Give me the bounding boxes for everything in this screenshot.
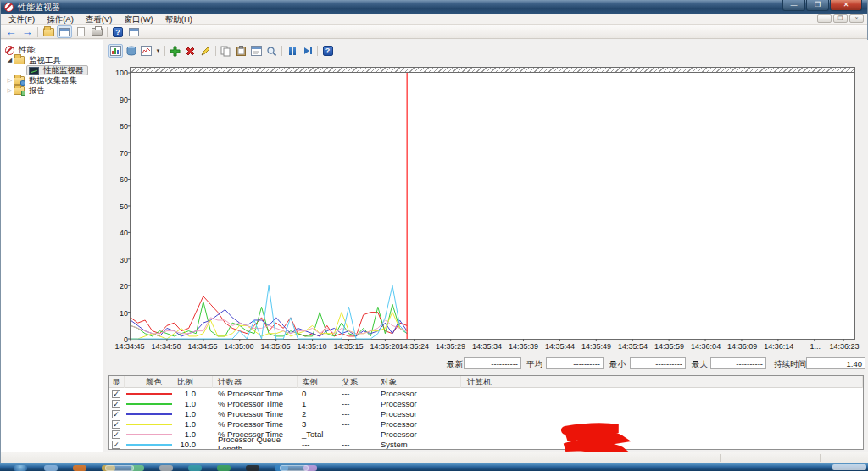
legend-row[interactable]: ✓1.0% Processor Time0---Processor bbox=[109, 388, 863, 398]
tree-item-reports[interactable]: ▷ 报告 bbox=[1, 86, 103, 96]
titlebar[interactable]: 性能监视器 — ❐ ✕ bbox=[1, 0, 867, 14]
menu-help[interactable]: 帮助(H) bbox=[159, 14, 198, 25]
counter-color-swatch bbox=[126, 444, 172, 446]
taskbar-item[interactable] bbox=[73, 465, 86, 471]
legend-cell: Processor Queue Length bbox=[213, 435, 298, 450]
close-button[interactable]: ✕ bbox=[830, 0, 862, 11]
child-close-button[interactable]: × bbox=[849, 14, 864, 23]
show-counter-checkbox[interactable]: ✓ bbox=[112, 441, 120, 449]
legend-cell-show: ✓ bbox=[109, 429, 125, 439]
update-data-button[interactable] bbox=[300, 44, 314, 58]
forward-button[interactable]: → bbox=[19, 25, 35, 38]
legend-cell: Processor bbox=[376, 409, 461, 418]
taskbar-item[interactable] bbox=[217, 465, 231, 471]
highlight-button[interactable] bbox=[198, 44, 213, 58]
taskbar-tray[interactable] bbox=[832, 464, 866, 470]
y-axis-label: 40 bbox=[106, 229, 128, 237]
show-counter-checkbox[interactable]: ✓ bbox=[112, 400, 120, 408]
y-axis-label: 50 bbox=[106, 202, 128, 211]
paste-counter-list-button[interactable] bbox=[234, 44, 248, 58]
copy-properties-icon bbox=[220, 46, 231, 57]
toolbar-separator bbox=[164, 46, 165, 56]
minimize-button[interactable]: — bbox=[782, 0, 805, 11]
delete-counter-button[interactable] bbox=[183, 44, 198, 58]
taskbar-active-item[interactable] bbox=[280, 465, 309, 471]
expander-closed-icon[interactable]: ▷ bbox=[6, 87, 14, 95]
up-folder-icon bbox=[43, 28, 54, 36]
legend-row[interactable]: ✓1.0% Processor Time2---Processor bbox=[109, 408, 863, 418]
up-folder-button[interactable] bbox=[41, 25, 56, 38]
taskbar-item[interactable] bbox=[246, 465, 259, 471]
show-counter-checkbox[interactable]: ✓ bbox=[112, 390, 120, 398]
duration-label: 持续时间 bbox=[774, 359, 806, 370]
taskbar-item[interactable] bbox=[159, 465, 173, 471]
toolbar-separator bbox=[317, 46, 318, 56]
menu-action[interactable]: 操作(A) bbox=[41, 14, 80, 25]
counter-color-swatch bbox=[126, 434, 172, 435]
menu-window[interactable]: 窗口(W) bbox=[118, 14, 159, 25]
taskbar-item[interactable] bbox=[188, 465, 202, 471]
legend-header-object[interactable]: 对象 bbox=[376, 376, 461, 388]
legend-cell: 0 bbox=[298, 389, 337, 398]
x-axis-label: 14:35:10 bbox=[298, 342, 327, 351]
start-orb-icon[interactable] bbox=[14, 465, 27, 471]
taskbar-item[interactable] bbox=[44, 465, 58, 471]
legend-header-instance[interactable]: 实例 bbox=[298, 376, 337, 388]
change-graph-type-button[interactable] bbox=[139, 44, 153, 58]
expander-open-icon[interactable]: ◢ bbox=[6, 57, 14, 64]
chart-plot-area[interactable] bbox=[130, 72, 855, 340]
x-axis-label: 14:35:54 bbox=[618, 342, 648, 351]
performance-monitor-icon bbox=[29, 67, 39, 75]
x-axis-label: 14:35:34 bbox=[472, 342, 502, 351]
view-current-activity-button[interactable] bbox=[108, 44, 123, 58]
help-button[interactable]: ? bbox=[110, 25, 125, 38]
expander-closed-icon[interactable]: ▷ bbox=[6, 77, 14, 85]
stats-bar: 最新 ---------- 平均 ---------- 最小 ---------… bbox=[106, 357, 868, 371]
legend-header-computer[interactable]: 计算机 bbox=[461, 376, 863, 388]
legend-row[interactable]: ✓1.0% Processor Time3---Processor bbox=[109, 418, 863, 429]
counter-color-swatch bbox=[126, 393, 172, 395]
chart-help-button[interactable]: ? bbox=[320, 44, 335, 58]
print-button[interactable] bbox=[89, 25, 104, 38]
legend-cell: 1.0 bbox=[175, 399, 213, 408]
zoom-button[interactable] bbox=[264, 44, 279, 58]
copy-properties-button[interactable] bbox=[219, 44, 233, 58]
freeze-display-button[interactable] bbox=[285, 44, 299, 58]
menu-view[interactable]: 查看(V) bbox=[80, 14, 119, 25]
graph-type-dropdown-caret[interactable]: ▼ bbox=[154, 48, 162, 53]
show-counter-checkbox[interactable]: ✓ bbox=[112, 430, 120, 439]
legend-header-parent[interactable]: 父系 bbox=[337, 376, 376, 388]
properties-button[interactable] bbox=[249, 44, 264, 58]
child-restore-button[interactable]: ❐ bbox=[833, 14, 848, 23]
menu-file[interactable]: 文件(F) bbox=[3, 14, 41, 25]
taskbar-active-item[interactable] bbox=[105, 465, 134, 471]
legend-cell: 2 bbox=[298, 409, 337, 418]
add-counter-button[interactable] bbox=[168, 44, 182, 58]
legend-cell-show: ✓ bbox=[109, 440, 125, 449]
legend-cell-show: ✓ bbox=[109, 409, 125, 418]
counter-color-swatch bbox=[126, 403, 172, 405]
taskbar[interactable] bbox=[0, 463, 868, 471]
legend-header-color[interactable]: 颜色 bbox=[125, 376, 175, 388]
show-hide-action-pane-button[interactable] bbox=[126, 25, 142, 38]
legend-header-counter[interactable]: 计数器 bbox=[213, 376, 298, 388]
back-button[interactable]: ← bbox=[3, 25, 19, 38]
legend-cell: 1.0 bbox=[175, 389, 213, 398]
performance-monitor-pane: ▼ bbox=[106, 40, 868, 452]
legend-row[interactable]: ✓1.0% Processor Time1---Processor bbox=[109, 398, 863, 408]
child-minimize-button[interactable]: – bbox=[817, 14, 832, 23]
show-hide-tree-button[interactable] bbox=[57, 25, 72, 38]
restore-button[interactable]: ❐ bbox=[806, 0, 829, 11]
show-counter-checkbox[interactable]: ✓ bbox=[112, 410, 120, 418]
view-log-data-icon bbox=[126, 46, 136, 56]
legend-cell-show: ✓ bbox=[109, 389, 125, 398]
legend-header-show[interactable]: 显示 bbox=[109, 376, 125, 388]
legend-row[interactable]: ✓10.0Processor Queue Length------System bbox=[109, 439, 863, 449]
export-list-button[interactable] bbox=[73, 25, 88, 38]
x-axis-label: 14:36:04 bbox=[691, 342, 721, 351]
legend-header-scale[interactable]: 比例 bbox=[175, 376, 213, 388]
tree-item-monitoring-tools[interactable]: ◢ 监视工具 bbox=[1, 55, 103, 65]
show-counter-checkbox[interactable]: ✓ bbox=[112, 420, 120, 429]
view-log-data-button[interactable] bbox=[124, 44, 138, 58]
screen: 性能监视器 — ❐ ✕ 文件(F) 操作(A) 查看(V) 窗口(W) 帮助(H… bbox=[0, 0, 868, 471]
